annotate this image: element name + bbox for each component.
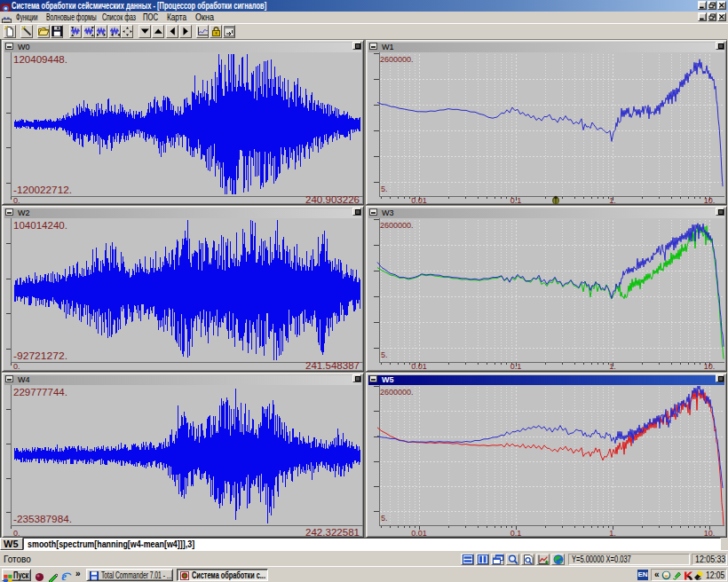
svg-text:10.: 10. [704,196,716,204]
svg-text:240.903226: 240.903226 [305,195,360,204]
svg-text:1.: 1. [609,196,616,204]
svg-text:0.1: 0.1 [510,362,522,371]
svg-text:0.01: 0.01 [411,529,427,537]
svg-text:0.01: 0.01 [411,196,427,204]
svg-text:2600000.: 2600000. [380,388,414,397]
svg-text:242.322581: 242.322581 [305,528,360,537]
svg-text:120409448.: 120409448. [13,55,67,65]
svg-text:10.: 10. [704,529,716,537]
svg-text:10.: 10. [704,362,716,371]
svg-text:104014240.: 104014240. [13,221,67,231]
svg-text:5.: 5. [381,514,388,523]
svg-text:0.: 0. [13,196,20,204]
svg-text:1.: 1. [609,529,616,537]
svg-text:229777744.: 229777744. [13,388,67,397]
svg-text:1.: 1. [609,362,616,371]
svg-text:-92721272.: -92721272. [13,351,67,361]
svg-text:5.: 5. [381,350,388,359]
svg-text:2600000.: 2600000. [380,55,414,64]
svg-text:0.1: 0.1 [510,529,522,537]
svg-text:2600000.: 2600000. [380,221,414,230]
svg-text:-120022712.: -120022712. [13,185,72,195]
svg-text:0.: 0. [13,362,20,371]
svg-text:0.01: 0.01 [411,362,427,371]
svg-text:0.: 0. [13,529,20,537]
svg-text:5.: 5. [381,185,388,193]
svg-text:-235387984.: -235387984. [13,515,72,524]
svg-text:241.548387: 241.548387 [305,361,360,371]
svg-text:0.1: 0.1 [510,196,522,204]
